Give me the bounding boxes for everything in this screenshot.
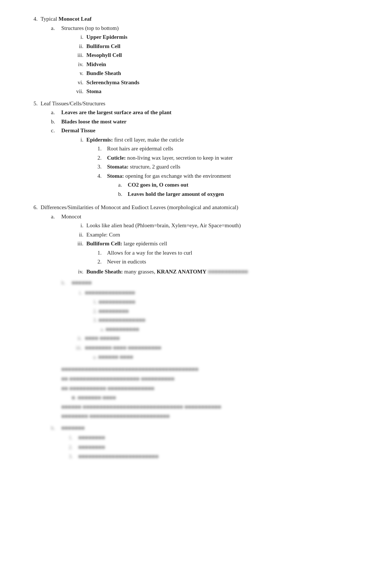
item-4a-iii: iii. Mesophyll Cell <box>73 51 139 59</box>
item-5c-i-1-label: 1. <box>97 144 104 153</box>
item-4a-i-label: i. <box>73 33 83 41</box>
item-4a-iv-label: iv. <box>73 60 83 69</box>
list-item-4: 4. Typical Monocot Leaf a. Structures (t… <box>30 15 370 97</box>
item-4a-i-text: Upper Epidermis <box>86 33 127 41</box>
item-6a-iv-label: iv. <box>73 268 83 276</box>
item-6-num: 6. <box>30 203 38 462</box>
item-4a: a. Structures (top to bottom) i. Upper E… <box>51 24 370 96</box>
item-6-content: Differences/Similarities of Monocot and … <box>41 203 370 462</box>
item-6a-iii-2-text: Never in eudicots <box>107 258 146 266</box>
item-5c-i-4-alpha: a. CO2 goes in, O comes out b. Leaves ho… <box>107 181 231 198</box>
item-5c-label: c. <box>51 126 58 200</box>
item-6a-iii-1-label: 1. <box>97 249 104 257</box>
item-6a-i: i. Looks like alien head (Phloem=brain, … <box>73 221 248 230</box>
item-6a-ii-label: ii. <box>73 231 83 239</box>
item-6a-iii-text: Bulliform Cell: large epidermis cell <box>86 241 167 246</box>
item-4-bold: Monocot Leaf <box>59 16 92 22</box>
item-4a-v-text: Bundle Sheath <box>86 69 121 78</box>
item-5c-i-4: 4. Stoma: opening for gas exchange with … <box>97 172 233 199</box>
item-5c-i-2: 2. Cuticle: non-living wax layer, secret… <box>97 154 233 162</box>
item-6a-iii: iii. Bulliform Cell: large epidermis cel… <box>73 239 248 267</box>
item-5c-i-4-label: 4. <box>97 172 104 199</box>
item-4a-iv: iv. Midvein <box>73 60 139 69</box>
item-5c-i-4b-text: Leaves hold the larger amount of oxygen <box>128 190 224 198</box>
item-5b: b. Blades loose the most water <box>51 118 370 126</box>
item-6a-i-label: i. <box>73 221 83 230</box>
item-5c-roman: i. Epidermis: first cell layer, make the… <box>61 136 233 200</box>
item-5c-i: i. Epidermis: first cell layer, make the… <box>73 136 233 200</box>
item-6a-iii-nums: 1. Allows for a way for the leaves to cu… <box>86 249 192 266</box>
item-6a-iii-2: 2. Never in eudicots <box>97 258 192 266</box>
item-5c-i-4a-text: CO2 goes in, O comes out <box>128 181 188 189</box>
item-5a: a. Leaves are the largest surface area o… <box>51 108 370 117</box>
item-5b-label: b. <box>51 118 58 126</box>
item-5-sub-a: a. Leaves are the largest surface area o… <box>41 108 370 200</box>
item-5c-content: Dermal Tissue i. Epidermis: first cell l… <box>61 126 233 200</box>
item-5c-i-4-content: Stoma: opening for gas exchange with the… <box>107 172 231 199</box>
item-6a-label: a. <box>51 212 58 422</box>
item-6a: a. Monocot i. Looks like alien head (Phl… <box>51 212 370 422</box>
item-4a-iii-text: Mesophyll Cell <box>86 51 122 59</box>
item-6a-text: Monocot <box>61 214 81 220</box>
item-6a-iii-content: Bulliform Cell: large epidermis cell 1. … <box>86 239 192 267</box>
item-6-text: Differences/Similarities of Monocot and … <box>41 204 238 210</box>
item-4a-ii: ii. Bulliform Cell <box>73 42 139 51</box>
item-4a-vii-label: vii. <box>73 87 83 96</box>
item-5-text: Leaf Tissues/Cells/Structures <box>41 101 105 106</box>
item-5c-i-4a-label: a. <box>118 181 125 189</box>
item-4a-i: i. Upper Epidermis <box>73 33 139 41</box>
item-5c-i-3-text: Stomata: structure, 2 guard cells <box>107 163 180 171</box>
item-4a-content: Structures (top to bottom) i. Upper Epid… <box>61 24 139 96</box>
item-5-content: Leaf Tissues/Cells/Structures a. Leaves … <box>41 99 370 201</box>
item-5c: c. Dermal Tissue i. Epidermis: first cel… <box>51 126 370 200</box>
item-5c-i-3: 3. Stomata: structure, 2 guard cells <box>97 163 233 171</box>
item-4a-vii: vii. Stoma <box>73 87 139 96</box>
item-5c-i-1: 1. Root hairs are epidermal cells <box>97 144 233 153</box>
item-4-content: Typical Monocot Leaf a. Structures (top … <box>41 15 370 97</box>
item-5c-i-label: i. <box>73 136 83 200</box>
item-4a-v: v. Bundle Sheath <box>73 69 139 78</box>
item-5c-i-2-label: 2. <box>97 154 104 162</box>
item-4a-iii-label: iii. <box>73 51 83 59</box>
item-6a-ii-text: Example: Corn <box>86 231 120 239</box>
item-6a-iii-2-label: 2. <box>97 258 104 266</box>
item-4a-ii-text: Bulliform Cell <box>86 42 120 51</box>
item-4a-v-label: v. <box>73 69 83 78</box>
item-6a-ii: ii. Example: Corn <box>73 231 248 239</box>
item-4a-label: a. <box>51 24 58 96</box>
item-6a-iv-blurred: ■■■■■■■■■■■■ <box>208 269 248 275</box>
item-6a-iv-text: Bundle Sheath: many grasses, KRANZ ANATO… <box>86 268 248 276</box>
item-5c-i-content: Epidermis: first cell layer, make the cu… <box>86 136 233 200</box>
item-5a-text: Leaves are the largest surface area of t… <box>61 108 172 117</box>
main-list: 4. Typical Monocot Leaf a. Structures (t… <box>30 15 370 462</box>
item-5c-i-2-text: Cuticle: non-living wax layer, secretion… <box>107 154 233 162</box>
list-item-6: 6. Differences/Similarities of Monocot a… <box>30 203 370 462</box>
item-5c-text: Dermal Tissue <box>61 127 95 133</box>
item-5c-i-4a: a. CO2 goes in, O comes out <box>118 181 231 189</box>
blurred-section-more: ■■■■■■■■■■■■■■■■■■■■■■■■■■■■■■■■■■■■■■■■… <box>61 365 248 421</box>
item-6a-iv: iv. Bundle Sheath: many grasses, KRANZ A… <box>73 268 248 276</box>
item-4a-ii-label: ii. <box>73 42 83 51</box>
item-5a-label: a. <box>51 108 58 117</box>
item-6a-i-text: Looks like alien head (Phloem=brain, Xyl… <box>86 221 241 230</box>
item-5c-i-text: Epidermis: first cell layer, make the cu… <box>86 137 184 143</box>
item-4a-roman: i. Upper Epidermis ii. Bulliform Cell ii… <box>61 33 139 96</box>
item-4a-vii-text: Stoma <box>86 87 102 96</box>
item-4a-vi-text: Sclerenchyma Strands <box>86 78 139 87</box>
list-item-5: 5. Leaf Tissues/Cells/Structures a. Leav… <box>30 99 370 201</box>
item-5c-i-4b-label: b. <box>118 190 125 198</box>
item-4-text: Typical Monocot Leaf <box>41 16 92 22</box>
item-6a-content: Monocot i. Looks like alien head (Phloem… <box>61 212 248 422</box>
item-5-num: 5. <box>30 99 38 201</box>
item-4-sub-a: a. Structures (top to bottom) i. Upper E… <box>41 24 370 96</box>
item-4a-vi-label: vi. <box>73 78 83 87</box>
item-4a-text: Structures (top to bottom) <box>61 25 118 31</box>
item-4a-iv-text: Midvein <box>86 60 106 69</box>
item-4-num: 4. <box>30 15 38 97</box>
item-6a-iii-1-text: Allows for a way for the leaves to curl <box>107 249 192 257</box>
item-6b-blurred: b. ■■■■■■■ 1.■■■■■■■■ 2.■■■■■■■■ 3.■■■■■… <box>41 424 370 461</box>
item-5c-i-4b: b. Leaves hold the larger amount of oxyg… <box>118 190 231 198</box>
item-5b-text: Blades loose the most water <box>61 118 127 126</box>
item-6a-iii-label: iii. <box>73 239 83 267</box>
item-5c-i-3-label: 3. <box>97 163 104 171</box>
